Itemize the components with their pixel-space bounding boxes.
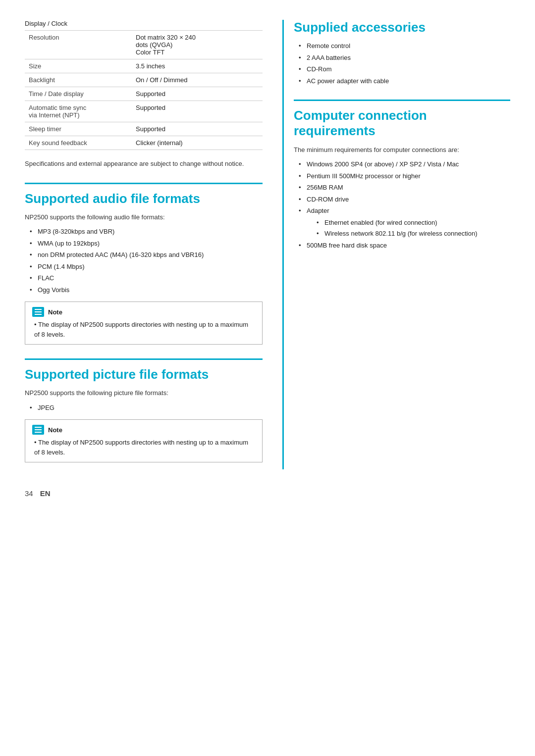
spec-key: Sleep timer	[25, 122, 132, 136]
right-column: Supplied accessories Remote control2 AAA…	[282, 20, 510, 469]
supplied-accessories-heading: Supplied accessories	[294, 20, 510, 35]
page-number: 34	[25, 489, 33, 498]
picture-formats-intro: NP2500 supports the following picture fi…	[25, 388, 263, 398]
left-column: Display / Clock ResolutionDot matrix 320…	[25, 20, 263, 469]
table-row: Sleep timerSupported	[25, 122, 263, 136]
computer-connection-intro: The minimum requirements for computer co…	[294, 145, 510, 155]
list-item: Windows 2000 SP4 (or above) / XP SP2 / V…	[299, 159, 510, 169]
picture-formats-list: JPEG	[25, 403, 263, 413]
list-item: MP3 (8-320kbps and VBR)	[30, 227, 263, 237]
divider-picture	[25, 358, 263, 360]
picture-note-icon	[32, 425, 44, 435]
list-item: WMA (up to 192kbps)	[30, 239, 263, 249]
table-row: BacklightOn / Off / Dimmed	[25, 73, 263, 87]
spec-footnote: Specifications and external appearance a…	[25, 159, 263, 169]
spec-value: On / Off / Dimmed	[132, 73, 263, 87]
accessories-list: Remote control2 AAA batteriesCD-RomAC po…	[294, 41, 510, 86]
lang-label: EN	[40, 489, 51, 498]
list-item: Ogg Vorbis	[30, 285, 263, 295]
picture-note-text: • The display of NP2500 supports directo…	[32, 438, 255, 457]
audio-note-text: • The display of NP2500 supports directo…	[32, 320, 255, 339]
spec-value: Supported	[132, 101, 263, 122]
list-item: 256MB RAM	[299, 183, 510, 193]
computer-connection-heading: Computer connection requirements	[294, 108, 510, 139]
spec-key: Resolution	[25, 31, 132, 59]
audio-note-icon	[32, 307, 44, 317]
list-item: Ethernet enabled (for wired connection)	[317, 218, 510, 228]
divider-computer	[294, 100, 510, 101]
spec-value: Supported	[132, 87, 263, 101]
list-item: non DRM protected AAC (M4A) (16-320 kbps…	[30, 250, 263, 260]
table-row: Time / Date displaySupported	[25, 87, 263, 101]
page-layout: Display / Clock ResolutionDot matrix 320…	[25, 20, 510, 469]
list-item: Remote control	[299, 41, 510, 51]
audio-formats-intro: NP2500 supports the following audio file…	[25, 212, 263, 222]
list-item: 2 AAA batteries	[299, 53, 510, 63]
list-item: 500MB free hard disk space	[299, 241, 510, 251]
table-row: ResolutionDot matrix 320 × 240 dots (QVG…	[25, 31, 263, 59]
picture-formats-heading: Supported picture file formats	[25, 367, 263, 382]
spec-value: Supported	[132, 122, 263, 136]
computer-connection-section: Computer connection requirements The min…	[294, 108, 510, 250]
audio-note-header: Note	[32, 307, 255, 317]
display-clock-section: Display / Clock ResolutionDot matrix 320…	[25, 20, 263, 169]
list-item: CD-ROM drive	[299, 195, 510, 204]
computer-req-list: Windows 2000 SP4 (or above) / XP SP2 / V…	[294, 159, 510, 250]
spec-value: Clicker (internal)	[132, 136, 263, 150]
page-footer: 34 EN	[25, 489, 510, 498]
list-item: FLAC	[30, 273, 263, 283]
spec-value: Dot matrix 320 × 240 dots (QVGA) Color T…	[132, 31, 263, 59]
picture-note-header: Note	[32, 425, 255, 435]
audio-formats-section: Supported audio file formats NP2500 supp…	[25, 191, 263, 345]
spec-key: Automatic time sync via Internet (NPT)	[25, 101, 132, 122]
audio-formats-heading: Supported audio file formats	[25, 191, 263, 206]
picture-note-label: Note	[48, 426, 62, 434]
audio-note-box: Note • The display of NP2500 supports di…	[25, 302, 263, 345]
list-item: AC power adapter with cable	[299, 76, 510, 86]
divider-audio	[25, 183, 263, 184]
spec-table: ResolutionDot matrix 320 × 240 dots (QVG…	[25, 30, 263, 150]
audio-formats-list: MP3 (8-320kbps and VBR)WMA (up to 192kbp…	[25, 227, 263, 295]
display-clock-label: Display / Clock	[25, 20, 263, 27]
list-item: AdapterEthernet enabled (for wired conne…	[299, 206, 510, 239]
table-row: Automatic time sync via Internet (NPT)Su…	[25, 101, 263, 122]
list-item: JPEG	[30, 403, 263, 413]
supplied-accessories-section: Supplied accessories Remote control2 AAA…	[294, 20, 510, 86]
picture-note-box: Note • The display of NP2500 supports di…	[25, 419, 263, 462]
picture-formats-section: Supported picture file formats NP2500 su…	[25, 367, 263, 462]
audio-note-label: Note	[48, 308, 62, 316]
list-item: Pentium III 500MHz processor or higher	[299, 171, 510, 181]
spec-key: Key sound feedback	[25, 136, 132, 150]
table-row: Size3.5 inches	[25, 59, 263, 73]
list-item: PCM (1.4 Mbps)	[30, 262, 263, 272]
spec-value: 3.5 inches	[132, 59, 263, 73]
spec-key: Backlight	[25, 73, 132, 87]
list-item: CD-Rom	[299, 64, 510, 74]
sub-bullet-list: Ethernet enabled (for wired connection)W…	[307, 218, 510, 239]
spec-key: Size	[25, 59, 132, 73]
table-row: Key sound feedbackClicker (internal)	[25, 136, 263, 150]
spec-key: Time / Date display	[25, 87, 132, 101]
list-item: Wireless network 802.11 b/g (for wireles…	[317, 229, 510, 239]
